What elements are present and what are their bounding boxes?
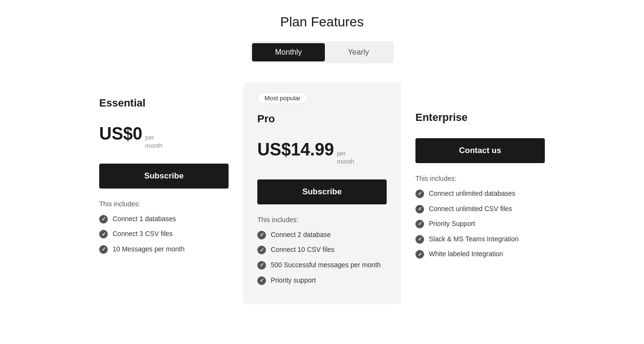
enterprise-contact-button[interactable]: Contact us xyxy=(415,138,545,163)
check-icon xyxy=(415,190,424,198)
essential-plan-name: Essential xyxy=(99,97,229,109)
check-icon xyxy=(99,215,108,224)
check-icon xyxy=(257,261,266,270)
pro-plan-price: US$14.99 per month xyxy=(257,140,387,166)
enterprise-plan-name: Enterprise xyxy=(415,111,545,124)
enterprise-includes-label: This includes: xyxy=(415,175,545,182)
page-title: Plan Features xyxy=(280,14,364,30)
page-wrapper: Plan Features Monthly Yearly Essential U… xyxy=(58,14,586,304)
list-item: Priority Support xyxy=(415,219,545,229)
check-icon xyxy=(415,250,424,259)
pro-feature-1: Connect 2 database xyxy=(271,230,331,240)
essential-feature-list: Connect 1 databases Connect 3 CSV files … xyxy=(99,214,229,254)
essential-plan-card: Essential US$0 per month Subscribe This … xyxy=(85,83,243,273)
yearly-toggle-btn[interactable]: Yearly xyxy=(325,43,392,61)
check-icon xyxy=(415,205,424,214)
enterprise-feature-3: Priority Support xyxy=(429,219,475,229)
pro-plan-card: Most popular Pro US$14.99 per month Subs… xyxy=(243,83,401,304)
essential-feature-3: 10 Messages per month xyxy=(113,245,184,254)
monthly-toggle-btn[interactable]: Monthly xyxy=(252,43,325,61)
check-icon xyxy=(99,245,108,254)
pro-price-period: per month xyxy=(337,150,354,166)
essential-includes-label: This includes: xyxy=(99,200,229,208)
plans-container: Essential US$0 per month Subscribe This … xyxy=(58,83,586,304)
pro-feature-2: Connect 10 CSV files xyxy=(271,245,334,255)
essential-price-amount: US$0 xyxy=(99,124,142,144)
check-icon xyxy=(99,230,108,238)
check-icon xyxy=(257,231,266,239)
billing-toggle: Monthly Yearly xyxy=(250,41,394,63)
list-item: White labeled Integration xyxy=(415,249,545,259)
pro-plan-name: Pro xyxy=(257,113,387,125)
most-popular-badge: Most popular xyxy=(257,92,308,104)
check-icon xyxy=(257,246,266,254)
enterprise-feature-2: Connect unlimited CSV files xyxy=(429,204,512,214)
list-item: 10 Messages per month xyxy=(99,245,229,254)
check-icon xyxy=(415,220,424,228)
enterprise-feature-1: Connect unlimited databases xyxy=(429,189,516,199)
enterprise-feature-5: White labeled Integration xyxy=(429,249,503,259)
pro-includes-label: This includes: xyxy=(257,216,387,224)
enterprise-feature-list: Connect unlimited databases Connect unli… xyxy=(415,189,545,259)
essential-feature-2: Connect 3 CSV files xyxy=(113,229,172,239)
list-item: 500 Successful messages per month xyxy=(257,261,387,270)
essential-subscribe-button[interactable]: Subscribe xyxy=(99,164,229,189)
list-item: Connect 1 databases xyxy=(99,214,229,224)
essential-feature-1: Connect 1 databases xyxy=(113,214,176,224)
check-icon xyxy=(415,235,424,244)
list-item: Connect unlimited CSV files xyxy=(415,204,545,214)
list-item: Connect 2 database xyxy=(257,230,387,240)
list-item: Priority support xyxy=(257,276,387,285)
list-item: Connect unlimited databases xyxy=(415,189,545,199)
pro-feature-3: 500 Successful messages per month xyxy=(271,261,381,270)
essential-plan-price: US$0 per month xyxy=(99,124,229,150)
pro-price-amount: US$14.99 xyxy=(257,140,334,160)
pro-feature-4: Priority support xyxy=(271,276,316,285)
pro-feature-list: Connect 2 database Connect 10 CSV files … xyxy=(257,230,387,285)
essential-price-period: per month xyxy=(145,134,162,150)
check-icon xyxy=(257,276,266,285)
enterprise-feature-4: Slack & MS Teams Integration xyxy=(429,235,518,244)
list-item: Connect 3 CSV files xyxy=(99,229,229,239)
enterprise-plan-card: Enterprise Contact us This includes: Con… xyxy=(401,83,559,278)
list-item: Slack & MS Teams Integration xyxy=(415,235,545,244)
pro-subscribe-button[interactable]: Subscribe xyxy=(257,179,387,204)
list-item: Connect 10 CSV files xyxy=(257,245,387,255)
